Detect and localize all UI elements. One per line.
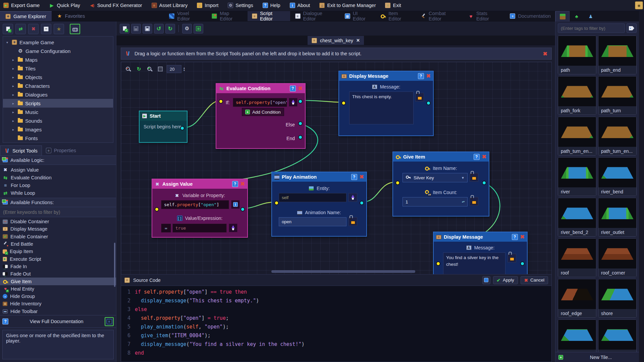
show-ids-button[interactable]: [70, 24, 80, 34]
lock-button[interactable]: [470, 197, 478, 206]
new-resource-button[interactable]: [3, 24, 13, 34]
item-name-dropdown[interactable]: Silver Key ▼: [402, 173, 468, 182]
value-field[interactable]: true: [172, 224, 227, 233]
expression-wizard-button[interactable]: [348, 193, 357, 202]
function-item[interactable]: Disable Container: [0, 218, 116, 225]
function-item[interactable]: Hide Group: [0, 293, 116, 300]
source-code-view[interactable]: 1if self.property["open"] == true then2 …: [121, 286, 551, 359]
editor-tab[interactable]: Item Editor: [376, 11, 416, 21]
tree-item[interactable]: ▸ Images: [3, 125, 113, 134]
node-close-button[interactable]: ✖: [482, 154, 486, 160]
tab-plants[interactable]: [570, 11, 584, 21]
editor-tab[interactable]: Stats Editor: [464, 11, 505, 21]
close-banner-icon[interactable]: ✖: [543, 51, 547, 57]
menu-item[interactable]: About: [290, 3, 310, 8]
grid-size-stepper[interactable]: ▴▾: [183, 67, 185, 71]
input-port[interactable]: [395, 181, 400, 185]
function-item[interactable]: Fade Out: [0, 270, 116, 278]
node-header[interactable]: Give Item ? ✖: [393, 152, 489, 162]
cancel-button[interactable]: ✖Cancel: [521, 276, 548, 284]
logic-item[interactable]: Evaluate Condition: [0, 174, 116, 181]
script-canvas[interactable]: ↻ 20 ▴▾ Start Script begins here Evaluat…: [121, 62, 552, 275]
view-docs-button[interactable]: View Full Documentation: [10, 319, 103, 324]
function-item[interactable]: Equip Item: [0, 248, 116, 255]
tag-button[interactable]: [627, 23, 637, 33]
function-item[interactable]: Fade In: [0, 263, 116, 270]
tree-item[interactable]: ▸ Objects: [3, 73, 113, 81]
menu-item[interactable]: Import: [197, 3, 218, 8]
close-tab-icon[interactable]: ✕: [356, 38, 360, 43]
node-header[interactable]: Display Message ? ✖: [339, 71, 433, 81]
output-port[interactable]: [520, 261, 525, 266]
tool-panel-tab[interactable]: Properties: [42, 145, 80, 156]
zoom-in-button[interactable]: [145, 65, 154, 73]
lock-button[interactable]: [470, 173, 478, 182]
new-tile-bar[interactable]: New Tile...: [555, 352, 639, 362]
node-help-button[interactable]: ?: [512, 234, 518, 240]
tree-item[interactable]: ▸ Characters: [3, 81, 113, 90]
tile-card[interactable]: river_bend: [598, 157, 637, 196]
function-item[interactable]: Display Message: [0, 225, 116, 233]
zoom-out-button[interactable]: [124, 65, 132, 73]
function-item[interactable]: Enable Container: [0, 233, 116, 240]
logic-item[interactable]: While Loop: [0, 189, 116, 197]
variable-field[interactable]: self.property["open"]: [161, 200, 229, 209]
expression-wizard-button[interactable]: [229, 224, 237, 232]
tree-item[interactable]: ▸ Dialogues: [3, 90, 113, 99]
output-port[interactable]: [180, 126, 184, 130]
tab-characters[interactable]: [584, 11, 598, 21]
node-play-animation[interactable]: Play Animation ? ✖ Entity: self Animatio…: [271, 172, 367, 237]
tile-card[interactable]: roof: [558, 238, 596, 277]
tile-card[interactable]: river: [558, 157, 596, 196]
node-help-button[interactable]: ?: [351, 174, 357, 180]
menu-item[interactable]: Asset Library: [152, 3, 188, 8]
tile-card[interactable]: path_end: [598, 36, 637, 74]
tab-tiles[interactable]: [555, 11, 570, 21]
input-port[interactable]: [155, 207, 159, 212]
node-assign-value[interactable]: Assign Value ? ✖ Variable or Property: s…: [152, 179, 248, 238]
tile-card[interactable]: river_bend_2: [558, 198, 596, 237]
editor-tab[interactable]: Combat Editor: [416, 11, 463, 21]
collapse-all-button[interactable]: [41, 24, 51, 34]
input-port[interactable]: [436, 261, 440, 266]
menu-item[interactable]: Quick Play: [49, 3, 80, 8]
menu-item[interactable]: Settings: [228, 3, 253, 8]
tree-item[interactable]: ▸ Scripts: [3, 99, 113, 108]
script-tab[interactable]: chest_with_key ✕: [308, 36, 364, 45]
node-help-button[interactable]: ?: [474, 154, 480, 160]
message-textarea[interactable]: This chest is empty.: [349, 92, 414, 124]
refresh-button[interactable]: [15, 24, 26, 34]
tile-card[interactable]: path_fork: [558, 76, 596, 115]
new-script-button[interactable]: [120, 24, 129, 34]
tile-card[interactable]: path_turn_en...: [558, 117, 596, 156]
message-textarea[interactable]: You find a silver key in the chest!: [443, 252, 505, 275]
tile-card[interactable]: path_turn_en...: [598, 117, 637, 156]
tree-item[interactable]: ▸ Maps: [3, 55, 113, 64]
node-give-item[interactable]: Give Item ? ✖ Item Name: Silver Key ▼ It…: [392, 152, 489, 217]
node-help-button[interactable]: ?: [232, 181, 238, 187]
apply-button[interactable]: ✔Apply: [493, 276, 518, 284]
tile-filter-input[interactable]: [558, 23, 625, 33]
output-port[interactable]: [360, 201, 364, 205]
tool-panel-tab[interactable]: Script Tools: [0, 145, 42, 156]
function-item[interactable]: End Battle: [0, 240, 116, 248]
logic-item[interactable]: For Loop: [0, 181, 116, 189]
source-edit-button[interactable]: [482, 276, 490, 284]
editor-tab[interactable]: UI Editor: [340, 11, 375, 21]
canvas-horizontal-scrollbar[interactable]: [271, 270, 415, 273]
function-item[interactable]: Hide Toolbar: [0, 308, 116, 315]
fit-view-button[interactable]: [194, 24, 203, 34]
node-evaluate-header[interactable]: Evaluate Condition ? ✖: [216, 84, 305, 93]
grid-size-value[interactable]: 20: [167, 65, 181, 73]
condition-field[interactable]: self.property["open"] == t: [233, 98, 287, 107]
tile-card[interactable]: shore_and_co...: [598, 319, 637, 352]
node-close-button[interactable]: ✖: [240, 181, 245, 187]
info-button[interactable]: [231, 200, 240, 209]
favorite-button[interactable]: ★: [54, 24, 64, 34]
node-start[interactable]: Start Script begins here: [139, 111, 187, 143]
tree-item[interactable]: Fonts: [3, 134, 113, 142]
menu-item[interactable]: Sound FX Generator: [90, 3, 142, 8]
node-evaluate-condition[interactable]: Evaluate Condition ? ✖ If: self.property…: [216, 83, 306, 149]
menu-item[interactable]: Export Game: [3, 3, 40, 8]
entity-field[interactable]: self: [279, 193, 346, 202]
